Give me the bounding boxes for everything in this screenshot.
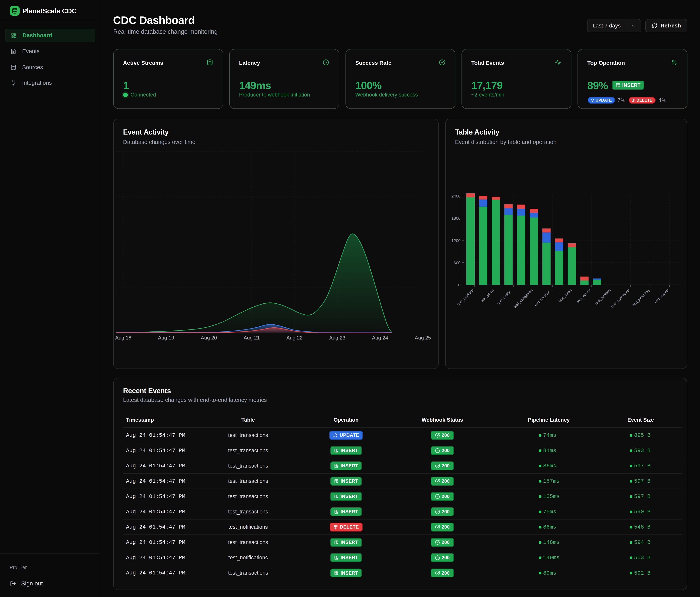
svg-text:test_inventory: test_inventory bbox=[631, 288, 651, 307]
svg-text:test_posts: test_posts bbox=[480, 288, 495, 303]
svg-text:Aug 25: Aug 25 bbox=[415, 335, 431, 341]
svg-text:Aug 18: Aug 18 bbox=[115, 335, 131, 341]
svg-text:1200: 1200 bbox=[451, 238, 460, 243]
svg-text:Aug 22: Aug 22 bbox=[286, 335, 302, 341]
svg-text:0: 0 bbox=[458, 283, 460, 287]
svg-text:test_categories: test_categories bbox=[513, 288, 534, 309]
svg-text:test_comments: test_comments bbox=[610, 288, 631, 309]
svg-text:test_transac...: test_transac... bbox=[534, 288, 553, 308]
svg-text:600: 600 bbox=[454, 260, 460, 265]
svg-text:test_notific...: test_notific... bbox=[496, 288, 514, 306]
svg-text:Aug 20: Aug 20 bbox=[201, 335, 217, 341]
svg-text:Aug 21: Aug 21 bbox=[244, 335, 260, 341]
svg-text:test_products: test_products bbox=[456, 288, 475, 307]
svg-text:test_reviews: test_reviews bbox=[594, 288, 611, 306]
svg-text:Aug 19: Aug 19 bbox=[158, 335, 174, 341]
svg-text:test_users: test_users bbox=[557, 288, 573, 303]
svg-text:Aug 24: Aug 24 bbox=[372, 335, 388, 341]
svg-text:1800: 1800 bbox=[451, 216, 460, 220]
svg-text:test_events: test_events bbox=[654, 288, 670, 304]
svg-text:Aug 23: Aug 23 bbox=[329, 335, 345, 341]
svg-text:test_orders: test_orders bbox=[576, 288, 592, 304]
svg-text:2400: 2400 bbox=[451, 194, 460, 198]
